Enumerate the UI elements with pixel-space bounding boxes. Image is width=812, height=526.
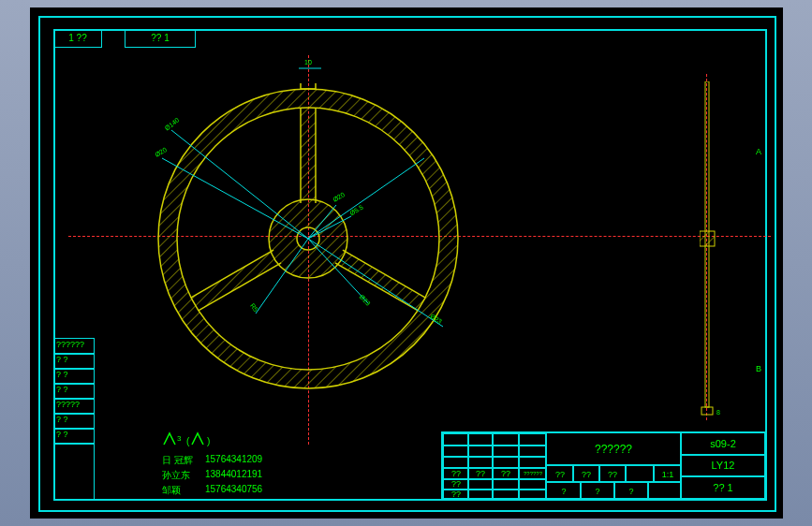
tb-material: LY12	[680, 454, 766, 477]
svg-line-28	[308, 239, 443, 327]
tb-title: ??????	[545, 432, 682, 466]
tb-drawing-no: s09-2	[680, 432, 766, 456]
svg-line-24	[308, 239, 368, 303]
tb-mid-row: ?? ?? ?? 1:1	[545, 464, 682, 483]
tb-mid-row2: ? ? ?	[545, 481, 682, 500]
svg-line-23	[308, 158, 424, 239]
tb-grid: ?? ?? ?? ?????? ?? ??	[442, 432, 547, 500]
svg-line-25	[256, 239, 308, 314]
section-a: A	[756, 147, 761, 156]
svg-line-21	[171, 130, 308, 239]
dim-top: 10	[304, 59, 312, 66]
tb-scale: ?? 1	[680, 475, 766, 500]
dim-side-bottom: 8	[716, 409, 720, 416]
svg-line-22	[162, 158, 308, 239]
title-block: ?? ?? ?? ?????? ?? ?? ?????? ?? ?? ?? 1:…	[441, 431, 765, 499]
svg-line-27	[308, 216, 351, 239]
drawing-canvas: 1 ?? ?? 1 ?????? ? ? ? ? ? ? ????? ? ? ?…	[30, 7, 783, 519]
section-b: B	[756, 364, 761, 373]
